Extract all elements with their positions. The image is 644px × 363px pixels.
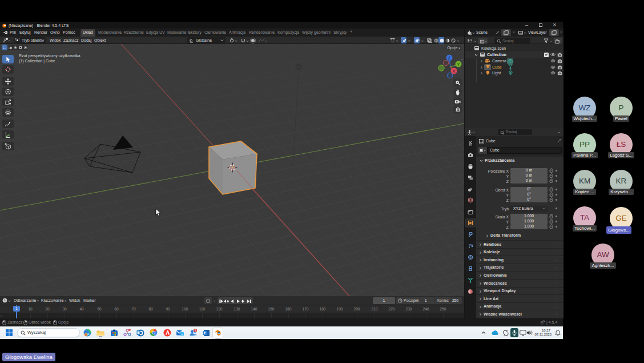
svg-text:X: X <box>453 69 456 73</box>
svg-text:Y: Y <box>457 62 460 66</box>
svg-text:Z: Z <box>448 56 451 60</box>
